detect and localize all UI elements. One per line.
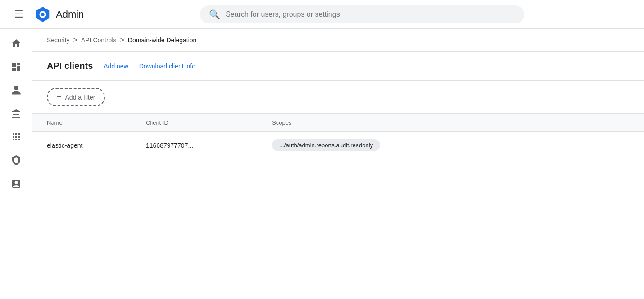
home-icon (11, 38, 22, 49)
apps-icon (11, 131, 22, 142)
cell-client-id: 116687977707... (146, 142, 272, 149)
sidebar-item-home[interactable] (5, 32, 27, 54)
sidebar-item-reports[interactable] (5, 173, 27, 195)
table-row[interactable]: elastic-agent 116687977707... .../auth/a… (32, 132, 644, 159)
api-clients-title: API clients (47, 61, 93, 71)
building-icon (11, 108, 22, 119)
logo-icon (34, 6, 51, 23)
sidebar-item-security[interactable] (5, 150, 27, 171)
download-client-info-button[interactable]: Download client info (139, 63, 195, 70)
search-input[interactable] (226, 10, 515, 18)
search-icon: 🔍 (209, 9, 220, 20)
logo: Admin (34, 6, 84, 23)
filter-row: + Add a filter (32, 81, 644, 114)
logo-text: Admin (56, 9, 84, 20)
main-layout: Security > API Controls > Domain-wide De… (0, 29, 644, 299)
col-header-client-id: Client ID (146, 119, 272, 126)
sidebar-item-dashboard[interactable] (5, 56, 27, 77)
scope-badge: .../auth/admin.reports.audit.readonly (272, 139, 380, 151)
content: Security > API Controls > Domain-wide De… (32, 29, 644, 299)
search-bar[interactable]: 🔍 (200, 5, 524, 23)
sidebar-item-rooms[interactable] (5, 103, 27, 124)
add-new-button[interactable]: Add new (104, 63, 128, 70)
breadcrumb-api-controls[interactable]: API Controls (81, 36, 117, 44)
add-filter-label: Add a filter (65, 94, 95, 101)
menu-button[interactable]: ☰ (11, 5, 27, 24)
breadcrumb-current: Domain-wide Delegation (128, 36, 197, 44)
api-clients-section: API clients Add new Download client info… (32, 52, 644, 159)
dashboard-icon (11, 61, 22, 72)
add-filter-button[interactable]: + Add a filter (47, 88, 105, 106)
header: ☰ Admin 🔍 (0, 0, 644, 29)
plus-icon: + (57, 92, 62, 102)
sidebar (0, 29, 32, 299)
breadcrumb-sep-2: > (120, 36, 124, 44)
breadcrumb-security[interactable]: Security (47, 36, 70, 44)
cell-name: elastic-agent (47, 142, 146, 149)
table: Name Client ID Scopes elastic-agent 1166… (32, 114, 644, 159)
table-header: Name Client ID Scopes (32, 114, 644, 132)
sidebar-item-apps[interactable] (5, 126, 27, 148)
reports-icon (11, 178, 22, 189)
api-clients-header: API clients Add new Download client info (32, 52, 644, 81)
sidebar-item-users[interactable] (5, 79, 27, 101)
security-icon (11, 155, 22, 166)
col-header-scopes: Scopes (272, 119, 630, 126)
col-header-name: Name (47, 119, 146, 126)
breadcrumb-sep-1: > (73, 36, 77, 44)
svg-point-2 (41, 13, 45, 16)
breadcrumb: Security > API Controls > Domain-wide De… (32, 29, 644, 52)
header-left: ☰ Admin (11, 5, 84, 24)
person-icon (11, 85, 22, 95)
cell-scopes: .../auth/admin.reports.audit.readonly (272, 139, 630, 151)
